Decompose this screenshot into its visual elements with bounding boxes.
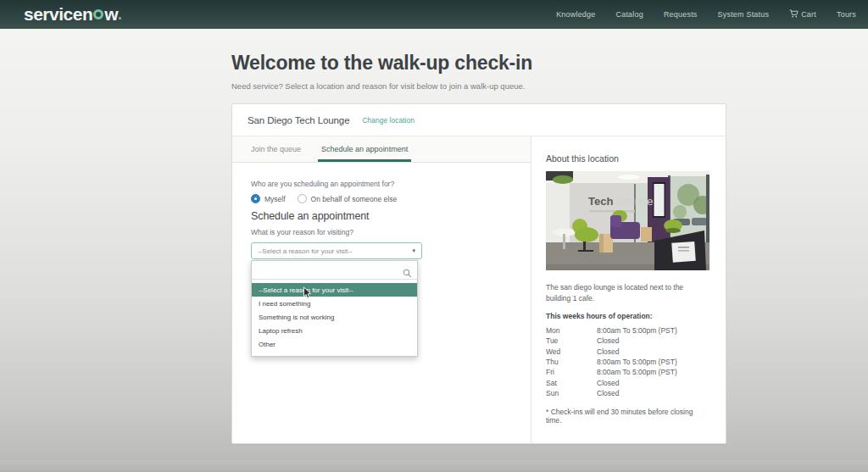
logo-trademark-dot-icon xyxy=(119,17,121,19)
nav-item-system-status[interactable]: System Status xyxy=(718,10,770,19)
appointment-column: Join the queue Schedule an appointment W… xyxy=(232,136,531,443)
reason-question-label: What is your reason for visiting? xyxy=(251,228,531,236)
hours-row-sun: SunClosed xyxy=(546,388,709,398)
nav-menu: Knowledge Catalog Requests System Status… xyxy=(556,9,856,19)
page-title: Welcome to the walk-up check-in xyxy=(231,52,726,75)
who-question-label: Who are you scheduling an appointment fo… xyxy=(251,180,531,188)
tab-bar: Join the queue Schedule an appointment xyxy=(232,136,531,163)
mouse-cursor-icon xyxy=(303,286,313,303)
radio-option-on-behalf[interactable]: On behalf of someone else xyxy=(298,194,398,203)
dropdown-option-i-need-something[interactable]: I need something xyxy=(252,297,417,310)
reason-dropdown: --Select a reason for your visit-- I nee… xyxy=(251,260,418,357)
reason-select-wrap: --Select a reason for your visit-- ▾ xyxy=(251,242,422,259)
main-content: Welcome to the walk-up check-in Need ser… xyxy=(231,52,726,444)
reason-select[interactable]: --Select a reason for your visit-- ▾ xyxy=(251,242,422,259)
who-radio-group: Myself On behalf of someone else xyxy=(251,194,531,203)
location-name: San Diego Tech Lounge xyxy=(248,115,349,125)
nav-item-knowledge[interactable]: Knowledge xyxy=(556,10,595,19)
hours-row-wed: WedClosed xyxy=(546,347,709,357)
location-description: The san diego lounge is located next to … xyxy=(546,282,709,304)
dropdown-search-row xyxy=(252,261,417,280)
nav-item-cart[interactable]: Cart xyxy=(789,9,816,19)
schedule-section-heading: Schedule an appointment xyxy=(251,210,531,222)
radio-unselected-icon[interactable] xyxy=(298,194,307,203)
hours-row-sat: SatClosed xyxy=(546,377,709,387)
dropdown-search-input[interactable] xyxy=(252,261,417,279)
dropdown-option-something-not-working[interactable]: Something is not working xyxy=(252,310,417,324)
logo-o-ring-icon xyxy=(93,9,103,19)
dropdown-options: --Select a reason for your visit-- I nee… xyxy=(252,283,417,351)
search-icon xyxy=(403,266,412,281)
photo-wall-title-light: Lounge xyxy=(616,195,653,208)
nav-item-requests[interactable]: Requests xyxy=(664,10,698,19)
cart-icon xyxy=(789,9,798,19)
reason-select-value: --Select a reason for your visit-- xyxy=(258,247,353,255)
dropdown-option-select-a-reason[interactable]: --Select a reason for your visit-- xyxy=(252,283,417,297)
radio-option-myself[interactable]: Myself xyxy=(251,194,286,203)
bottom-band xyxy=(0,460,868,472)
logo-text-pre: servicen xyxy=(24,4,92,25)
hours-row-mon: Mon8:00am To 5:00pm (PST) xyxy=(546,325,709,336)
logo-text-post: w xyxy=(104,4,118,25)
change-location-link[interactable]: Change location xyxy=(362,116,414,125)
dropdown-option-laptop-refresh[interactable]: Laptop refresh xyxy=(252,324,417,337)
radio-selected-icon[interactable] xyxy=(251,194,260,203)
page-subtitle: Need service? Select a location and reas… xyxy=(231,81,726,91)
about-heading: About this location xyxy=(546,153,709,164)
card-body: Join the queue Schedule an appointment W… xyxy=(232,136,726,443)
servicenow-logo[interactable]: servicen w xyxy=(24,4,121,25)
hours-row-fri: Fri8:00am To 5:00pm (PST) xyxy=(546,367,709,377)
card-header: San Diego Tech Lounge Change location xyxy=(232,104,726,136)
hours-heading: This weeks hours of operation: xyxy=(546,312,709,320)
location-photo: Tech Lounge xyxy=(546,171,709,270)
walkup-card: San Diego Tech Lounge Change location Jo… xyxy=(231,103,726,444)
appointment-form: Who are you scheduling an appointment fo… xyxy=(232,163,531,259)
checkin-note: * Check-ins will end 30 minutes before c… xyxy=(546,408,709,425)
tab-schedule-an-appointment[interactable]: Schedule an appointment xyxy=(311,136,418,162)
about-location-panel: About this location xyxy=(531,136,726,443)
hours-row-thu: Thu8:00am To 5:00pm (PST) xyxy=(546,357,709,367)
chevron-down-icon: ▾ xyxy=(412,247,415,254)
tab-join-the-queue[interactable]: Join the queue xyxy=(241,136,311,162)
top-nav: servicen w Knowledge Catalog Requests Sy… xyxy=(0,0,868,29)
photo-wall-title-dark: Tech xyxy=(588,195,613,208)
hours-table: Mon8:00am To 5:00pm (PST) TueClosed WedC… xyxy=(546,325,709,398)
hours-row-tue: TueClosed xyxy=(546,336,709,346)
nav-item-catalog[interactable]: Catalog xyxy=(616,10,643,19)
dropdown-option-other[interactable]: Other xyxy=(252,337,417,351)
nav-item-tours[interactable]: Tours xyxy=(837,10,856,19)
